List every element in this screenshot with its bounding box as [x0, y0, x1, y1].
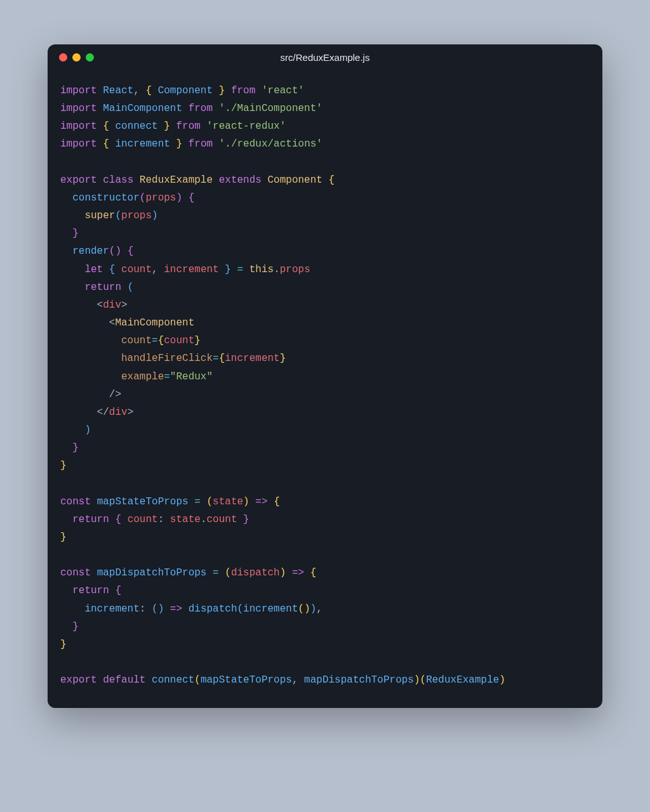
code-token: Component — [268, 174, 322, 186]
code-token: increment — [164, 264, 218, 275]
code-token — [109, 138, 116, 150]
code-token — [60, 603, 84, 615]
code-token: props — [121, 210, 152, 221]
code-token — [60, 210, 84, 221]
code-token: ) — [414, 674, 420, 686]
code-token: ReduxExample — [140, 174, 213, 186]
code-token: div — [103, 299, 121, 311]
code-token: return — [84, 282, 121, 293]
code-token: . — [274, 264, 280, 275]
code-token — [97, 121, 103, 132]
code-token: => — [255, 496, 267, 508]
window-titlebar: src/ReduxExample.js — [48, 44, 602, 70]
code-token — [237, 514, 244, 525]
code-line: <MainComponent — [60, 314, 590, 332]
code-token — [109, 585, 116, 596]
code-token — [60, 407, 97, 418]
code-token: } — [280, 353, 286, 364]
code-line: ) — [60, 421, 590, 439]
code-token: } — [60, 460, 67, 471]
code-token: constructor — [72, 192, 140, 204]
close-icon[interactable] — [59, 53, 67, 62]
code-token: div — [109, 407, 128, 418]
code-token — [60, 317, 109, 329]
code-token: from — [176, 121, 200, 132]
code-line: import React, { Component } from 'react' — [60, 82, 590, 100]
code-token: ) — [243, 496, 249, 508]
code-token — [231, 264, 237, 275]
code-token: './redux/actions' — [219, 138, 322, 150]
code-token: { — [109, 264, 116, 275]
code-line: /> — [60, 386, 590, 403]
code-token: mapStateToProps — [97, 496, 189, 508]
code-token: } — [60, 639, 67, 650]
code-token — [97, 674, 103, 686]
code-line: } — [60, 618, 590, 636]
code-token: ( — [115, 210, 121, 221]
code-token — [158, 121, 164, 132]
code-line: return { — [60, 582, 590, 599]
code-token — [60, 442, 72, 454]
code-token: handleFireClick — [121, 353, 213, 364]
code-token: props — [145, 192, 176, 204]
code-token: increment — [225, 353, 279, 364]
code-token: const — [60, 567, 91, 579]
code-token: props — [280, 264, 310, 275]
code-token: { — [310, 567, 317, 579]
code-token — [145, 674, 152, 686]
code-line: example="Redux" — [60, 368, 590, 386]
code-token — [152, 85, 158, 96]
code-token: } — [72, 228, 79, 239]
code-token: } — [194, 335, 201, 346]
code-token: mapDispatchToProps — [304, 674, 414, 686]
code-token — [255, 85, 262, 96]
code-editor-window: src/ReduxExample.js import React, { Comp… — [48, 44, 602, 708]
maximize-icon[interactable] — [86, 53, 94, 62]
code-token: Component — [158, 85, 213, 96]
code-token — [249, 496, 256, 508]
code-line: return { count: state.count } — [60, 511, 590, 528]
code-token: state — [170, 514, 201, 525]
code-line: } — [60, 457, 590, 475]
code-token — [60, 353, 121, 364]
code-token: render — [72, 246, 109, 257]
code-token: ( — [140, 192, 146, 204]
code-token: < — [109, 317, 116, 329]
code-token: = — [164, 371, 170, 383]
code-token: ( — [225, 567, 231, 579]
code-token: './MainComponent' — [219, 103, 322, 114]
code-token — [60, 621, 72, 632]
code-token — [97, 85, 103, 96]
code-token — [60, 424, 84, 436]
code-token: React — [103, 85, 133, 96]
code-token: ( — [109, 246, 116, 257]
code-token: > — [121, 299, 128, 311]
traffic-lights — [59, 53, 94, 62]
code-token: ( — [128, 282, 134, 293]
code-line — [60, 154, 590, 171]
code-token: import — [60, 103, 97, 114]
code-token: import — [60, 121, 97, 132]
code-token: ReduxExample — [426, 674, 499, 686]
code-token — [115, 264, 121, 275]
code-line: handleFireClick={increment} — [60, 350, 590, 367]
code-token — [97, 174, 103, 186]
code-token — [189, 496, 195, 508]
minimize-icon[interactable] — [72, 53, 81, 62]
code-content: import React, { Component } from 'react'… — [48, 70, 602, 708]
code-token: count — [164, 335, 194, 346]
code-token: { — [115, 514, 121, 525]
code-line: } — [60, 528, 590, 546]
code-token: connect — [115, 121, 157, 132]
code-line: const mapDispatchToProps = (dispatch) =>… — [60, 564, 590, 582]
code-token — [206, 567, 213, 579]
code-token: import — [60, 138, 97, 150]
code-token: ( — [420, 674, 427, 686]
code-token: } — [72, 621, 79, 632]
code-token: , — [316, 603, 322, 615]
code-token: count — [128, 514, 158, 525]
code-line: render() { — [60, 242, 590, 260]
code-token — [262, 174, 268, 186]
code-token: count — [121, 264, 152, 275]
code-token: } — [72, 442, 79, 454]
